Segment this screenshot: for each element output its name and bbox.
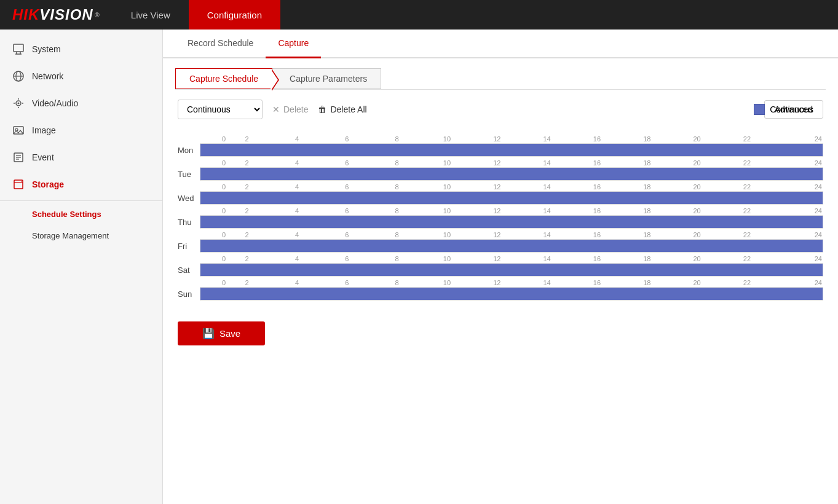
- ruler-tue: 0 2 4 6 8 10 12 14 16 18 20 22 24: [178, 159, 823, 167]
- save-area: 💾 Save: [163, 303, 838, 364]
- nav-configuration[interactable]: Configuration: [189, 0, 280, 30]
- sidebar-storage-label: Storage: [32, 179, 64, 189]
- sidebar-sub-storage-management[interactable]: Storage Management: [0, 225, 162, 246]
- legend: Continuous: [754, 104, 813, 115]
- x-icon: ✕: [272, 104, 280, 114]
- sidebar-network-label: Network: [32, 71, 63, 81]
- schedule-row-sat: 0 2 4 6 8 10 12 14 16 18 20 22 24: [178, 255, 823, 277]
- bar-row-tue: Tue: [178, 167, 823, 181]
- bar-fill-tue: [200, 168, 823, 180]
- bar-row-sat: Sat: [178, 263, 823, 277]
- logo: HIKVISION®: [0, 6, 113, 23]
- day-label-thu: Thu: [178, 218, 200, 227]
- monitor-icon: [12, 43, 25, 55]
- timeline-sat[interactable]: [200, 263, 823, 277]
- day-label-wed: Wed: [178, 194, 200, 203]
- svg-point-8: [18, 103, 20, 104]
- sidebar-system-label: System: [32, 44, 61, 54]
- timeline-fri[interactable]: [200, 239, 823, 253]
- bar-fill-mon: [200, 144, 823, 156]
- bar-fill-sat: [200, 264, 823, 276]
- inner-tab-bar: Capture Schedule Capture Parameters: [163, 58, 838, 89]
- sidebar-item-network[interactable]: Network: [0, 63, 162, 90]
- timeline-mon[interactable]: [200, 143, 823, 157]
- svg-rect-0: [14, 44, 23, 52]
- schedule-row-wed: 0 2 4 6 8 10 12 14 16 18 20 22 24: [178, 183, 823, 205]
- schedule-row-sun: 0 2 4 6 8 10 12 14 16 18 20 22 24: [178, 279, 823, 301]
- sidebar-event-label: Event: [32, 152, 54, 162]
- schedule-row-fri: 0 2 4 6 8 10 12 14 16 18 20 22 24: [178, 231, 823, 253]
- tab-capture[interactable]: Capture: [266, 30, 321, 58]
- bar-fill-sun: [200, 288, 823, 300]
- svg-point-21: [21, 181, 22, 182]
- bar-row-sun: Sun: [178, 287, 823, 301]
- delete-button[interactable]: ✕ Delete: [272, 104, 308, 114]
- bar-row-thu: Thu: [178, 215, 823, 229]
- day-label-sat: Sat: [178, 266, 200, 275]
- logo-reg: ®: [95, 11, 100, 18]
- sidebar-sub-schedule-settings[interactable]: Schedule Settings: [0, 203, 162, 225]
- timeline-wed[interactable]: [200, 191, 823, 205]
- tab-capture-parameters[interactable]: Capture Parameters: [272, 68, 381, 89]
- day-label-sun: Sun: [178, 289, 200, 299]
- schedule-row-tue: 0 2 4 6 8 10 12 14 16 18 20 22 24: [178, 159, 823, 181]
- day-label-fri: Fri: [178, 242, 200, 251]
- save-icon: 💾: [202, 328, 215, 339]
- delete-all-button[interactable]: 🗑 Delete All: [318, 104, 366, 114]
- legend-label: Continuous: [770, 104, 813, 114]
- sidebar-image-label: Image: [32, 125, 56, 135]
- bar-fill-fri: [200, 240, 823, 252]
- content-area: Record Schedule Capture Capture Schedule…: [163, 30, 838, 504]
- bar-fill-thu: [200, 216, 823, 228]
- type-dropdown[interactable]: Continuous Motion Alarm Motion | Alarm M…: [178, 100, 263, 119]
- image-icon: [12, 124, 25, 136]
- tab-record-schedule[interactable]: Record Schedule: [175, 30, 266, 58]
- ruler-sat: 0 2 4 6 8 10 12 14 16 18 20 22 24: [178, 255, 823, 262]
- timeline-thu[interactable]: [200, 215, 823, 229]
- sidebar-item-system[interactable]: System: [0, 36, 162, 63]
- svg-point-14: [15, 128, 18, 131]
- save-button[interactable]: 💾 Save: [178, 321, 265, 345]
- schedule-row-mon: 0 2 4 6 8 10 12 14 16 18 20 22 24: [178, 135, 823, 157]
- ruler-fri: 0 2 4 6 8 10 12 14 16 18 20 22 24: [178, 231, 823, 238]
- storage-icon: [12, 178, 25, 191]
- timeline-sun[interactable]: [200, 287, 823, 301]
- event-icon: [12, 151, 25, 163]
- ruler-sun: 0 2 4 6 8 10 12 14 16 18 20 22 24: [178, 279, 823, 286]
- legend-color-box: [754, 104, 765, 115]
- timeline-tue[interactable]: [200, 167, 823, 181]
- bar-row-fri: Fri: [178, 239, 823, 253]
- sidebar-divider: [0, 200, 162, 201]
- sidebar-item-video-audio[interactable]: Video/Audio: [0, 90, 162, 117]
- sidebar-video-audio-label: Video/Audio: [32, 98, 78, 108]
- globe-icon: [12, 70, 25, 82]
- ruler-thu: 0 2 4 6 8 10 12 14 16 18 20 22 24: [178, 207, 823, 215]
- bar-fill-wed: [200, 192, 823, 204]
- trash-icon: 🗑: [318, 104, 326, 114]
- main-layout: System Network: [0, 30, 838, 504]
- nav-live-view[interactable]: Live View: [113, 0, 189, 30]
- bar-row-wed: Wed: [178, 191, 823, 205]
- schedule-section: 0 2 4 6 8 10 12 14 16 18 20 22 24: [163, 129, 838, 301]
- schedule-controls: Continuous Motion Alarm Motion | Alarm M…: [163, 90, 838, 129]
- sidebar-item-image[interactable]: Image: [0, 117, 162, 144]
- sidebar: System Network: [0, 30, 163, 504]
- sidebar-item-event[interactable]: Event: [0, 144, 162, 171]
- day-label-tue: Tue: [178, 170, 200, 179]
- page-tabs: Record Schedule Capture: [163, 30, 838, 58]
- sidebar-item-storage[interactable]: Storage: [0, 171, 162, 198]
- day-label-mon: Mon: [178, 146, 200, 155]
- bar-row-mon: Mon: [178, 143, 823, 157]
- video-icon: [12, 97, 25, 109]
- tab-capture-schedule[interactable]: Capture Schedule: [175, 68, 272, 89]
- ruler-wed: 0 2 4 6 8 10 12 14 16 18 20 22 24: [178, 183, 823, 191]
- top-nav: HIKVISION® Live View Configuration: [0, 0, 838, 30]
- schedule-row-thu: 0 2 4 6 8 10 12 14 16 18 20 22 24: [178, 207, 823, 229]
- ruler-mon: 0 2 4 6 8 10 12 14 16 18 20 22 24: [178, 135, 823, 143]
